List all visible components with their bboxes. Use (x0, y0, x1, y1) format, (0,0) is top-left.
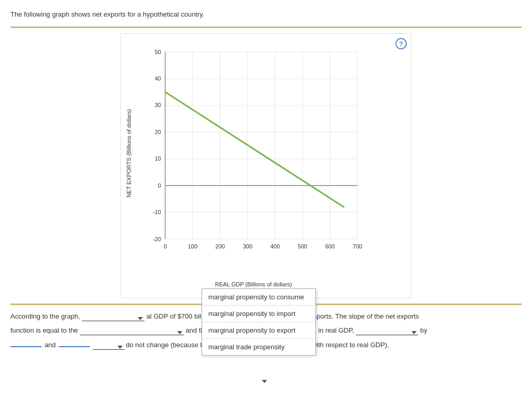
svg-text:30: 30 (155, 102, 161, 108)
svg-text:40: 40 (155, 75, 161, 82)
inline-dropdown-3-arrow[interactable] (177, 331, 182, 334)
y-axis-label-wrapper: NET EXPORTS (Billions of dollars) (125, 49, 132, 257)
svg-text:100: 100 (188, 243, 197, 249)
dropdown-item-export[interactable]: marginal propensity to export (202, 322, 315, 339)
dropdown-menu[interactable]: marginal propensity to consume marginal … (202, 288, 316, 356)
graph-container: ? NET EXPORTS (Billions of dollars) (10, 27, 522, 305)
svg-text:400: 400 (270, 243, 280, 249)
inline-dropdown-1-arrow[interactable] (138, 317, 143, 320)
svg-text:50: 50 (155, 49, 161, 55)
svg-text:10: 10 (155, 155, 161, 162)
help-icon[interactable]: ? (395, 38, 407, 49)
svg-text:0: 0 (164, 243, 167, 249)
y-axis-label: NET EXPORTS (Billions of dollars) (126, 109, 132, 198)
x-axis-label: REAL GDP (Billions of dollars) (150, 281, 357, 287)
bottom-part4: function is equal to the (10, 326, 78, 334)
dropdown-item-import[interactable]: marginal propensity to import (202, 306, 315, 322)
svg-text:600: 600 (325, 243, 335, 249)
svg-text:700: 700 (353, 243, 362, 249)
blue-line-1 (10, 346, 42, 347)
graph-inner: ? NET EXPORTS (Billions of dollars) (121, 33, 411, 298)
bottom-part1: According to the graph, (10, 312, 80, 320)
dropdown-item-consume[interactable]: marginal propensity to consume (202, 289, 315, 306)
inline-dropdown-3[interactable] (80, 331, 184, 335)
svg-text:-20: -20 (153, 236, 161, 242)
inline-dropdown-5[interactable] (93, 345, 124, 350)
svg-text:0: 0 (158, 182, 161, 189)
svg-line-33 (165, 92, 344, 207)
svg-text:-10: -10 (153, 209, 161, 215)
chart-svg: 50 40 30 20 10 0 -10 -20 0 100 200 300 4… (150, 42, 378, 260)
svg-text:500: 500 (298, 243, 307, 249)
dropdown-item-trade[interactable]: marginal trade propensity (202, 339, 315, 355)
svg-text:300: 300 (243, 243, 252, 249)
inline-dropdown-1[interactable] (82, 317, 144, 321)
inline-dropdown-4-arrow[interactable] (411, 331, 417, 334)
svg-text:200: 200 (216, 243, 225, 249)
inline-dropdown-4[interactable] (356, 331, 418, 335)
inline-dropdown-5-arrow[interactable] (117, 346, 123, 349)
svg-text:20: 20 (155, 129, 161, 135)
bottom-part7: and (45, 341, 56, 349)
dropdown-trigger-arrow[interactable] (260, 377, 267, 385)
bottom-part6: by (420, 326, 428, 334)
blue-line-2 (59, 346, 90, 347)
intro-text: The following graph shows net exports fo… (10, 10, 522, 18)
